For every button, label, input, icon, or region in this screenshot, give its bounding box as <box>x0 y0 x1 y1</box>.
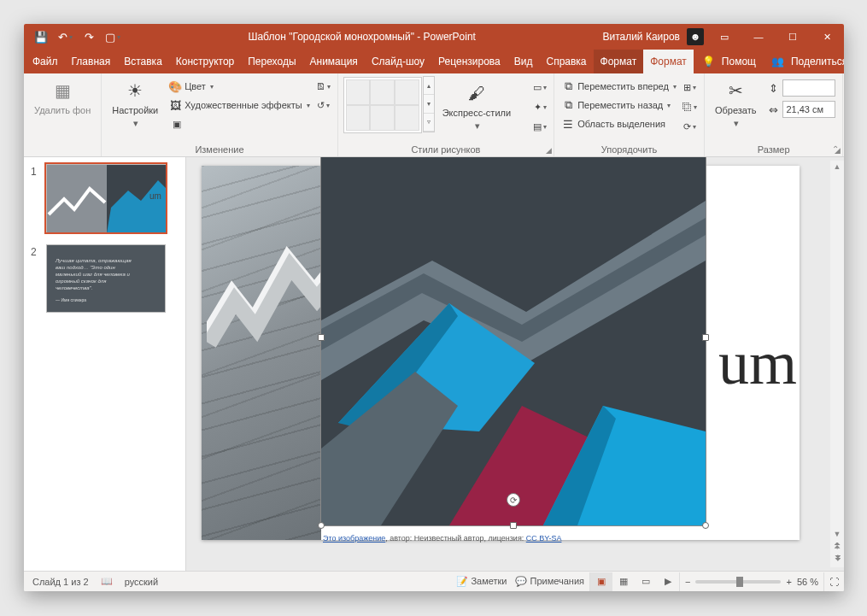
zoom-out-icon[interactable]: − <box>685 577 690 587</box>
selection-pane-button[interactable]: ☰Область выделения <box>559 114 678 133</box>
spellcheck-icon[interactable]: 📖 <box>101 576 113 587</box>
width-icon: ⇔ <box>766 103 780 116</box>
slide-thumbnails-panel: 1 um 2 Лучшая цитата, отражающая ваш под… <box>24 157 186 571</box>
picture-layout-button[interactable]: ▤▾ <box>531 118 548 135</box>
color-button[interactable]: 🎨Цвет▾ <box>167 77 311 96</box>
share-button[interactable]: Поделиться <box>791 56 844 67</box>
normal-view-icon[interactable]: ▣ <box>590 572 612 591</box>
vertical-scrollbar[interactable]: ▲ ▼ ⯭ ⯯ <box>830 161 844 567</box>
tell-me[interactable]: Помощ <box>722 56 756 67</box>
tab-slideshow[interactable]: Слайд-шоу <box>365 50 431 73</box>
ribbon-tabs: Файл Главная Вставка Конструктор Переход… <box>24 50 844 73</box>
user-name: Виталий Каиров <box>602 31 680 43</box>
compress-button[interactable]: ▣ <box>168 115 185 132</box>
svg-rect-0 <box>47 165 107 233</box>
styles-dialog-launcher[interactable]: ◢ <box>546 146 552 155</box>
fit-to-window-icon[interactable]: ⛶ <box>823 572 844 591</box>
artistic-icon: 🖼 <box>168 98 182 112</box>
zoom-in-icon[interactable]: + <box>786 577 791 587</box>
picture-effects-button[interactable]: ✦▾ <box>531 98 548 115</box>
height-input[interactable] <box>782 79 835 97</box>
attribution-link[interactable]: Это изображение <box>323 534 385 543</box>
share-icon: 👥 <box>771 56 784 67</box>
tab-help[interactable]: Справка <box>539 50 593 73</box>
redo-icon[interactable]: ↷ <box>77 25 101 49</box>
image-attribution: Это изображение, автор: Неизвестный авто… <box>323 534 561 543</box>
tab-animations[interactable]: Анимация <box>303 50 365 73</box>
undo-icon[interactable]: ↶▾ <box>53 25 77 49</box>
svg-text:— Имя спикера: — Имя спикера <box>56 297 86 302</box>
status-bar: Слайд 1 из 2 📖 русский 📝 Заметки 💬 Приме… <box>24 571 844 591</box>
slide-counter[interactable]: Слайд 1 из 2 <box>32 577 89 587</box>
zoom-slider[interactable] <box>695 580 781 584</box>
rotate-handle-icon[interactable]: ⟳ <box>507 493 520 507</box>
ribbon-display-icon[interactable]: ▭ <box>707 24 741 50</box>
quick-styles-button[interactable]: 🖌 Экспресс-стили▾ <box>437 77 516 135</box>
user-account[interactable]: Виталий Каиров ☻ <box>599 28 707 45</box>
change-picture-button[interactable]: 🖻▾ <box>315 78 332 95</box>
zoom-level[interactable]: 56 % <box>797 577 818 587</box>
language-button[interactable]: русский <box>125 577 158 587</box>
width-input[interactable]: 21,43 см <box>782 101 835 118</box>
next-slide-icon[interactable]: ⯯ <box>834 554 841 566</box>
notes-button[interactable]: 📝 Заметки <box>456 576 507 587</box>
gallery-more-button[interactable]: ▴▾▿ <box>423 76 435 132</box>
document-title: Шаблон "Городской монохромный" - PowerPo… <box>125 31 599 43</box>
start-from-beginning-icon[interactable]: ▢▾ <box>101 25 125 49</box>
send-backward-button[interactable]: ⧉Переместить назад▾ <box>559 96 678 114</box>
reset-picture-button[interactable]: ↺▾ <box>315 97 332 114</box>
crop-button[interactable]: ✂ Обрезать▾ <box>710 77 762 130</box>
group-objects-button[interactable]: ⿻▾ <box>682 98 699 115</box>
maximize-icon[interactable]: ☐ <box>776 24 810 50</box>
slide-thumbnail-1[interactable]: um <box>46 164 166 232</box>
slide-canvas[interactable]: um <box>186 157 844 571</box>
quick-styles-icon: 🖌 <box>465 81 489 105</box>
picture-border-button[interactable]: ▭▾ <box>531 79 548 96</box>
svg-text:человечества".: человечества". <box>56 285 92 290</box>
title-bar: 💾 ↶▾ ↷ ▢▾ Шаблон "Городской монохромный"… <box>24 24 844 50</box>
selected-picture[interactable]: ⟳ ⟳ <box>321 157 706 525</box>
send-backward-icon: ⧉ <box>561 98 575 112</box>
save-icon[interactable]: 💾 <box>29 25 53 49</box>
tab-design[interactable]: Конструктор <box>169 50 241 73</box>
comments-button[interactable]: 💬 Примечания <box>515 576 584 587</box>
bring-forward-button[interactable]: ⧉Переместить вперед▾ <box>559 77 678 96</box>
quick-access-toolbar: 💾 ↶▾ ↷ ▢▾ <box>24 25 125 49</box>
sorter-view-icon[interactable]: ▦ <box>612 572 635 591</box>
svg-text:um: um <box>149 191 161 201</box>
license-link[interactable]: CC BY-SA <box>526 534 562 543</box>
prev-slide-icon[interactable]: ⯭ <box>834 542 841 554</box>
collapse-ribbon-icon[interactable]: ⌃ <box>832 144 839 154</box>
tab-transitions[interactable]: Переходы <box>241 50 302 73</box>
app-window: 💾 ↶▾ ↷ ▢▾ Шаблон "Городской монохромный"… <box>24 24 844 591</box>
svg-text:ваш подход… "Это один: ваш подход… "Это один <box>56 265 115 270</box>
picture-styles-gallery[interactable]: ▴▾▿ <box>343 77 422 133</box>
close-icon[interactable]: ✕ <box>810 24 844 50</box>
title-text: um <box>718 328 797 399</box>
artistic-effects-button[interactable]: 🖼Художественные эффекты▾ <box>167 96 311 114</box>
align-button[interactable]: ⊞▾ <box>682 79 699 96</box>
svg-text:Лучшая цитата, отражающая: Лучшая цитата, отражающая <box>55 258 132 263</box>
reading-view-icon[interactable]: ▭ <box>635 572 657 591</box>
rotate-button[interactable]: ⟳▾ <box>682 118 699 135</box>
slide-thumbnail-2[interactable]: Лучшая цитата, отражающая ваш подход… "Э… <box>46 244 166 313</box>
work-area: 1 um 2 Лучшая цитата, отражающая ваш под… <box>24 157 844 571</box>
tab-file[interactable]: Файл <box>26 50 65 73</box>
tab-picture-format[interactable]: Формат <box>643 50 694 73</box>
tab-review[interactable]: Рецензирова <box>431 50 507 73</box>
minimize-icon[interactable]: — <box>741 24 776 50</box>
scroll-down-icon[interactable]: ▼ <box>834 530 841 542</box>
corrections-icon: ☀ <box>123 79 147 103</box>
slideshow-view-icon[interactable]: ▶ <box>657 572 679 591</box>
group-styles-label: Стили рисунков <box>411 144 480 155</box>
scroll-up-icon[interactable]: ▲ <box>834 162 841 174</box>
tab-format-tools[interactable]: Формат <box>594 50 644 73</box>
group-adjust-label: Изменение <box>195 144 243 155</box>
tab-insert[interactable]: Вставка <box>117 50 169 73</box>
tab-home[interactable]: Главная <box>65 50 118 73</box>
corrections-button[interactable]: ☀ Настройки ▾ <box>107 77 163 130</box>
height-icon: ⇕ <box>766 81 780 95</box>
remove-background-button[interactable]: ▦ Удалить фон <box>29 77 96 117</box>
crop-icon: ✂ <box>723 79 747 103</box>
tab-view[interactable]: Вид <box>507 50 540 73</box>
